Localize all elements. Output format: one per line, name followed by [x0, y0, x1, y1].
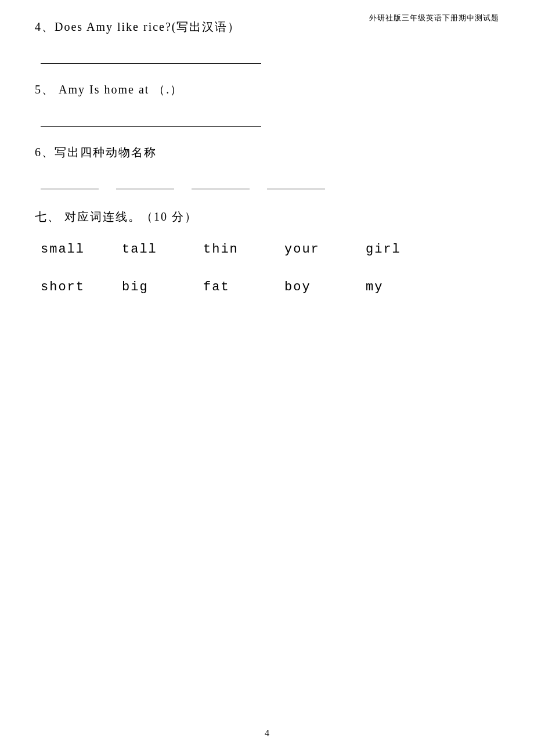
animal-line-3[interactable]: [192, 178, 250, 189]
section-7-block: 七、 对应词连线。（10 分） small tall thin your gir…: [35, 209, 499, 294]
section-7-header: 七、 对应词连线。（10 分）: [35, 209, 499, 225]
question-6-label: 6、写出四种动物名称: [35, 143, 499, 161]
word-fat: fat: [203, 280, 284, 294]
question-6-block: 6、写出四种动物名称: [35, 143, 499, 189]
word-my: my: [366, 280, 447, 294]
word-your: your: [284, 242, 366, 257]
watermark-title: 外研社版三年级英语下册期中测试题: [369, 13, 499, 23]
animal-line-2[interactable]: [116, 178, 174, 189]
question-4-answer-line[interactable]: [41, 52, 261, 64]
word-thin: thin: [203, 242, 284, 257]
question-4-block: 4、Does Amy like rice?(写出汉语）: [35, 17, 499, 64]
animal-lines: [41, 178, 499, 189]
word-boy: boy: [284, 280, 366, 294]
word-short: short: [41, 280, 122, 294]
question-5-block: 5、 Amy Is home at （.）: [35, 80, 499, 127]
word-small: small: [41, 242, 122, 257]
word-big: big: [122, 280, 203, 294]
word-girl: girl: [366, 242, 447, 257]
question-5-answer-line[interactable]: [41, 115, 261, 127]
page-container: 外研社版三年级英语下册期中测试题 4、Does Amy like rice?(写…: [0, 0, 534, 756]
animal-line-1[interactable]: [41, 178, 99, 189]
word-row-2: short big fat boy my: [41, 280, 499, 294]
word-row-1: small tall thin your girl: [41, 242, 499, 257]
animal-line-4[interactable]: [267, 178, 325, 189]
question-5-label: 5、 Amy Is home at （.）: [35, 80, 499, 99]
word-tall: tall: [122, 242, 203, 257]
page-number: 4: [265, 728, 269, 739]
